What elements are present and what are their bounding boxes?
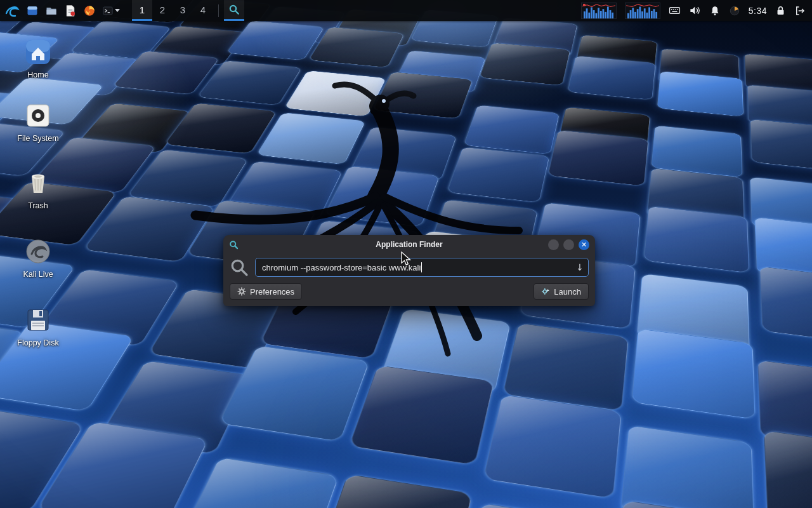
chevron-down-icon[interactable] bbox=[115, 9, 120, 12]
window-controls: ✕ bbox=[548, 239, 589, 250]
wallpaper-cube bbox=[631, 328, 755, 419]
file-system-icon bbox=[24, 102, 52, 130]
search-icon bbox=[230, 258, 249, 277]
file-manager-icon bbox=[45, 4, 58, 18]
wallpaper-cube bbox=[483, 394, 622, 498]
search-input[interactable]: chromium --password-store=basic www.kali… bbox=[255, 258, 589, 277]
wallpaper-cube bbox=[313, 474, 473, 508]
volume-icon[interactable] bbox=[689, 4, 701, 17]
desktop-icon-label: Home bbox=[27, 70, 48, 79]
panel-status-area: 5:34 bbox=[581, 3, 812, 19]
search-input-value: chromium --password-store=basic www.kali bbox=[262, 263, 421, 272]
desktop-icon-label: Floppy Disk bbox=[17, 338, 58, 347]
window-title: Application Finder bbox=[223, 240, 595, 249]
kali-live-icon bbox=[24, 237, 52, 265]
floppy-disk-icon bbox=[24, 306, 52, 334]
dropdown-arrow-icon[interactable]: ↓ bbox=[576, 262, 584, 272]
maximize-button[interactable] bbox=[563, 239, 574, 250]
desktop-icon-label: Kali Live bbox=[23, 270, 53, 279]
top-panel: 1 2 3 4 bbox=[0, 0, 812, 21]
titlebar[interactable]: Application Finder ✕ bbox=[223, 235, 595, 254]
notifications-bell-icon[interactable] bbox=[709, 5, 721, 17]
launch-button-label: Launch bbox=[554, 287, 581, 297]
wallpaper-cube bbox=[644, 206, 749, 273]
wallpaper-cube bbox=[657, 71, 743, 117]
spectrum-graph-1[interactable] bbox=[581, 3, 617, 19]
taskbar-app-finder-button[interactable] bbox=[224, 0, 244, 21]
gear-icon bbox=[237, 287, 246, 296]
text-caret bbox=[421, 262, 422, 272]
wallpaper-cube bbox=[568, 56, 656, 100]
workspace-2[interactable]: 2 bbox=[152, 0, 173, 21]
clock[interactable]: 5:34 bbox=[749, 6, 767, 16]
workspace-1[interactable]: 1 bbox=[132, 0, 152, 21]
desktop-icon-floppy-disk[interactable]: Floppy Disk bbox=[0, 306, 76, 347]
kali-dragon-logo bbox=[171, 67, 577, 359]
minimize-button[interactable] bbox=[548, 239, 559, 250]
screenlock-icon[interactable] bbox=[775, 5, 786, 16]
search-row: chromium --password-store=basic www.kali… bbox=[223, 254, 595, 277]
desktop-icon-label: Trash bbox=[28, 201, 48, 210]
firefox-launcher[interactable] bbox=[80, 0, 99, 21]
wallpaper-cube bbox=[764, 431, 812, 508]
wallpaper-cube bbox=[349, 365, 494, 465]
files-launcher[interactable] bbox=[23, 0, 42, 21]
workspace-4[interactable]: 4 bbox=[193, 0, 213, 21]
workspace-switcher: 1 2 3 4 bbox=[132, 0, 213, 21]
workspace-3[interactable]: 3 bbox=[173, 0, 193, 21]
dialog-buttons: Preferences Launch bbox=[223, 277, 595, 306]
document-icon bbox=[64, 4, 77, 18]
desktop-icon-home[interactable]: Home bbox=[0, 38, 76, 79]
desktop-icon-label: File System bbox=[17, 134, 58, 143]
desktop-icon-trash[interactable]: Trash bbox=[0, 169, 76, 210]
terminal-launcher[interactable] bbox=[99, 0, 123, 21]
trash-icon bbox=[24, 169, 52, 197]
wallpaper-cube bbox=[759, 266, 812, 346]
application-finder-window: Application Finder ✕ chromium --password… bbox=[223, 235, 595, 306]
preferences-button[interactable]: Preferences bbox=[230, 283, 302, 300]
firefox-icon bbox=[83, 4, 96, 18]
spectrum-graph-2[interactable] bbox=[625, 3, 660, 19]
kali-menu-button[interactable] bbox=[0, 0, 23, 21]
wallpaper-cube bbox=[750, 119, 812, 172]
desktop-icon-kali-live[interactable]: Kali Live bbox=[0, 237, 76, 279]
wallpaper-cube bbox=[620, 425, 754, 508]
launch-button[interactable]: Launch bbox=[534, 283, 589, 300]
keyboard-icon[interactable] bbox=[669, 4, 681, 17]
logout-icon[interactable] bbox=[794, 5, 806, 17]
document-launcher[interactable] bbox=[61, 0, 80, 21]
file-manager-launcher[interactable] bbox=[42, 0, 61, 21]
kali-menu-icon bbox=[4, 3, 20, 18]
terminal-icon bbox=[102, 4, 114, 18]
app-finder-task-icon bbox=[228, 4, 240, 15]
desktop-icon-file-system[interactable]: File System bbox=[0, 102, 76, 143]
preferences-button-label: Preferences bbox=[250, 287, 294, 297]
launch-icon bbox=[541, 287, 550, 296]
close-button[interactable]: ✕ bbox=[579, 239, 589, 250]
wallpaper-cube bbox=[459, 503, 610, 508]
panel-separator bbox=[218, 4, 219, 17]
app-finder-icon bbox=[229, 240, 239, 250]
updates-icon[interactable] bbox=[729, 5, 740, 17]
home-icon bbox=[24, 38, 52, 66]
wallpaper-cube bbox=[174, 457, 339, 508]
files-icon bbox=[26, 4, 39, 18]
